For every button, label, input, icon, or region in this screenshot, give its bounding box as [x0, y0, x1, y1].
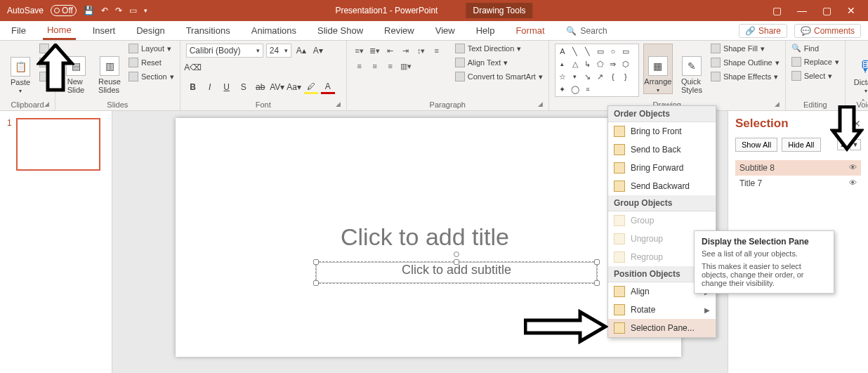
visibility-toggle-icon[interactable]: 👁: [849, 178, 857, 188]
bullets-icon[interactable]: ≡▾: [353, 44, 367, 58]
redo-icon[interactable]: ↷: [115, 6, 122, 15]
start-slideshow-icon[interactable]: ▭: [129, 6, 137, 15]
undo-icon[interactable]: ↶: [101, 6, 108, 15]
tab-format[interactable]: Format: [511, 22, 548, 39]
shape-textbox-icon[interactable]: A: [557, 46, 568, 57]
clear-format-icon[interactable]: A⌫: [186, 60, 200, 74]
arrange-button[interactable]: ▦ Arrange▾: [643, 44, 673, 94]
dictate-button[interactable]: 🎙 Dictate▾: [851, 44, 868, 94]
justify-icon[interactable]: ≡: [383, 59, 397, 73]
menu-bring-forward[interactable]: Bring Forward: [608, 159, 716, 177]
hide-all-button[interactable]: Hide All: [782, 138, 820, 152]
find-icon: 🔍: [791, 44, 801, 53]
paragraph-launcher-icon[interactable]: ◢: [538, 100, 543, 107]
font-size-combo[interactable]: 24▾: [266, 44, 291, 58]
close-icon[interactable]: ✕: [847, 5, 855, 16]
highlight-icon[interactable]: 🖊: [304, 80, 318, 94]
underline-icon[interactable]: U: [220, 80, 234, 94]
menu-selection-pane[interactable]: Selection Pane...: [608, 319, 716, 337]
tab-animations[interactable]: Animations: [247, 22, 301, 39]
select-button[interactable]: Select ▾: [791, 71, 839, 81]
resize-handle[interactable]: [594, 259, 600, 265]
align-center-icon[interactable]: ≡: [353, 59, 367, 73]
char-spacing-icon[interactable]: AV▾: [270, 80, 284, 94]
resize-handle[interactable]: [454, 259, 459, 265]
numbering-icon[interactable]: ≣▾: [368, 44, 382, 58]
title-placeholder[interactable]: Click to add title: [274, 223, 576, 255]
visibility-toggle-icon[interactable]: 👁: [849, 163, 857, 173]
reset-button[interactable]: Reset: [129, 58, 174, 67]
tab-slideshow[interactable]: Slide Show: [313, 22, 367, 39]
columns-icon[interactable]: ▥▾: [399, 59, 413, 73]
show-all-button[interactable]: Show All: [735, 138, 777, 152]
shadow-icon[interactable]: S: [237, 80, 251, 94]
tell-me-search[interactable]: 🔍 Search: [566, 26, 607, 36]
font-color-icon[interactable]: A: [321, 80, 335, 94]
clipboard-launcher-icon[interactable]: ◢: [44, 100, 49, 107]
tab-home[interactable]: Home: [43, 22, 76, 40]
change-case-icon[interactable]: Aa▾: [287, 80, 301, 94]
shape-fill-button[interactable]: Shape Fill ▾: [711, 44, 780, 53]
minimize-icon[interactable]: —: [797, 5, 807, 16]
text-direction-button[interactable]: Text Direction ▾: [455, 44, 543, 53]
annotation-arrow-down: [830, 105, 864, 152]
group-label-slides: Slides: [107, 100, 128, 109]
resize-handle[interactable]: [313, 280, 319, 286]
autosave-toggle[interactable]: Off: [51, 5, 77, 16]
shape-gallery[interactable]: A╲╲▭○▭▴ △↳⬠⇒⬡☆▾ ↘↗{}✦◯≡: [555, 44, 639, 97]
rotate-handle[interactable]: [454, 251, 459, 257]
paste-button[interactable]: 📋 Paste▾: [6, 44, 35, 94]
reuse-slides-button[interactable]: ▥ Reuse Slides: [95, 44, 124, 94]
selection-pane-icon: [614, 322, 625, 334]
selection-item-title[interactable]: Title 7 👁: [735, 176, 861, 191]
save-icon[interactable]: 💾: [84, 6, 94, 15]
share-button[interactable]: 🔗Share: [739, 24, 787, 38]
selection-item-subtitle[interactable]: Subtitle 8 👁: [735, 160, 861, 176]
tab-file[interactable]: File: [7, 22, 30, 39]
arrange-menu: Order Objects Bring to Front Send to Bac…: [607, 105, 716, 338]
font-launcher-icon[interactable]: ◢: [336, 100, 341, 107]
menu-group: Group: [608, 211, 716, 230]
italic-icon[interactable]: I: [203, 80, 217, 94]
tab-help[interactable]: Help: [472, 22, 499, 39]
line-spacing-icon[interactable]: ↕▾: [414, 44, 428, 58]
align-text-button[interactable]: Align Text ▾: [455, 58, 543, 67]
indent-left-icon[interactable]: ⇤: [383, 44, 397, 58]
tab-view[interactable]: View: [431, 22, 459, 39]
resize-handle[interactable]: [313, 259, 319, 265]
tab-design[interactable]: Design: [132, 22, 169, 39]
subtitle-placeholder[interactable]: Click to add subtitle: [316, 262, 597, 283]
font-family-combo[interactable]: Calibri (Body)▾: [186, 44, 263, 58]
strike-icon[interactable]: ab: [254, 80, 268, 94]
layout-button[interactable]: Layout ▾: [129, 44, 174, 53]
menu-bring-to-front[interactable]: Bring to Front: [608, 122, 716, 140]
tab-review[interactable]: Review: [380, 22, 419, 39]
ribbon-display-icon[interactable]: ▢: [772, 5, 782, 16]
maximize-icon[interactable]: ▢: [822, 5, 831, 16]
shape-outline-button[interactable]: Shape Outline ▾: [711, 58, 780, 67]
align-left-icon[interactable]: ≡: [430, 44, 444, 58]
bold-icon[interactable]: B: [186, 80, 200, 94]
qa-customize-icon[interactable]: ▾: [144, 7, 147, 14]
menu-send-to-back[interactable]: Send to Back: [608, 140, 716, 159]
menu-rotate[interactable]: Rotate▶: [608, 301, 716, 319]
replace-button[interactable]: Replace ▾: [791, 57, 839, 67]
align-right-icon[interactable]: ≡: [368, 59, 382, 73]
decrease-font-icon[interactable]: A▾: [311, 44, 325, 58]
menu-send-backward[interactable]: Send Backward: [608, 177, 716, 195]
resize-handle[interactable]: [594, 280, 600, 286]
section-button[interactable]: Section ▾: [129, 72, 174, 81]
shape-effects-button[interactable]: Shape Effects ▾: [711, 72, 780, 81]
find-button[interactable]: 🔍Find: [791, 44, 839, 53]
increase-font-icon[interactable]: A▴: [294, 44, 308, 58]
comments-button[interactable]: 💬Comments: [794, 24, 861, 38]
convert-smartart-button[interactable]: Convert to SmartArt ▾: [455, 72, 543, 81]
drawing-launcher-icon[interactable]: ◢: [775, 100, 780, 107]
tab-transitions[interactable]: Transitions: [182, 22, 235, 39]
indent-right-icon[interactable]: ⇥: [399, 44, 413, 58]
arrange-menu-header-group: Group Objects: [608, 195, 716, 211]
tab-insert[interactable]: Insert: [88, 22, 120, 39]
ungroup-icon: [614, 233, 625, 244]
slide-thumbnail-1[interactable]: 1: [7, 118, 105, 171]
quick-styles-button[interactable]: ✎ Quick Styles: [677, 44, 706, 94]
